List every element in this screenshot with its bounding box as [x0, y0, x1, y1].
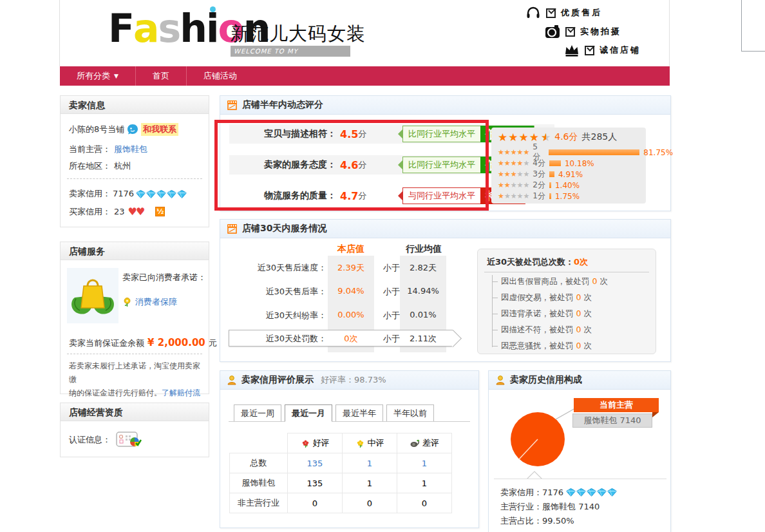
checkbox-icon — [546, 8, 556, 18]
dist-pct: 1.40% — [555, 181, 580, 190]
cell-value: 1 — [343, 473, 397, 493]
cell-value[interactable]: 1 — [343, 453, 397, 473]
ratings-table: 好评 中评 差评 总数 135 1 1 服饰鞋包 135 1 1 — [229, 433, 452, 513]
note-line1: 若卖家未履行上述承诺，淘宝使用卖家缴 — [69, 361, 200, 384]
checkbox-icon — [585, 46, 594, 55]
flower-icon — [122, 298, 132, 307]
svc-industry-value: 0.01% — [400, 310, 446, 319]
wangwang-icon[interactable] — [127, 124, 138, 135]
dist-pct: 81.75% — [643, 148, 673, 157]
row-main-label: 服饰鞋包 — [230, 473, 288, 493]
person-icon — [227, 375, 237, 385]
region-value: 杭州 — [114, 161, 131, 171]
main-nav: 所有分类 ▼ 首页 店铺活动 — [60, 66, 670, 86]
divider — [484, 272, 649, 272]
svc-label: 近30天售后率： — [220, 286, 326, 298]
svc-label: 近30天纠纷率： — [220, 310, 326, 321]
nav-label: 店铺活动 — [203, 70, 237, 82]
table-row: 服饰鞋包 135 1 1 — [230, 473, 452, 493]
penalty-title: 近30天被处罚总次数： — [487, 257, 574, 267]
welcome-strip: WELCOME TO MY SHOPPING...... — [231, 46, 350, 57]
dist-pct: 1.75% — [555, 192, 580, 201]
diamond-icon — [156, 190, 166, 198]
dsr-label: 物流服务的质量： — [229, 190, 336, 202]
tab-older[interactable]: 半年以前 — [386, 404, 434, 422]
dist-bar — [549, 171, 554, 177]
main-business-link[interactable]: 服饰鞋包 — [114, 144, 147, 154]
cell-value: 0 — [343, 493, 397, 513]
nav-label: 首页 — [153, 70, 169, 82]
cell-value: 0 — [288, 493, 343, 513]
nav-home[interactable]: 首页 — [136, 66, 186, 86]
dist-row-3: ★★★★★ 3分 4.91% — [498, 169, 583, 179]
col-header-industry: 行业均值 — [396, 243, 451, 255]
penalty-item: 因违背承诺，被处罚 0 次 — [492, 309, 592, 319]
page: Fashion 新范儿大码女装 WELCOME TO MY SHOPPING..… — [0, 0, 765, 532]
cert-label: 认证信息： — [69, 434, 111, 446]
corner-popup-fragment — [741, 0, 765, 52]
table-header-row: 好评 中评 差评 — [230, 433, 452, 453]
table-row: 非主营行业 0 0 0 — [230, 493, 452, 513]
divider — [494, 479, 666, 479]
badge-after-sale: 优质售后 — [525, 5, 602, 21]
shop-owner-name: 小陈的8号当铺 — [69, 124, 124, 135]
compare-text: 比同行业平均水平 — [403, 128, 480, 140]
dist-label: 2分 — [533, 180, 545, 191]
nav-activities[interactable]: 店铺活动 — [187, 66, 254, 86]
dsr-unit: 分 — [358, 190, 366, 202]
diamond-icon — [177, 190, 187, 198]
tab-underline — [229, 421, 470, 422]
tab-last-half-year[interactable]: 最近半年 — [335, 404, 383, 422]
penalty-summary-box: 近30天被处罚总次数：0次 因出售假冒商品，被处罚 0 次 因虚假交易，被处罚 … — [477, 249, 656, 354]
credit-value: 7176 — [542, 488, 563, 497]
svc-industry-value: 2.11次 — [400, 333, 446, 345]
seller-info-box: 卖家信息 小陈的8号当铺 和我联系 当前主营： 服饰鞋包 所在地区： 杭州 卖家… — [60, 95, 209, 227]
contact-me-button[interactable]: 和我联系 — [141, 123, 178, 136]
id-card-icon[interactable] — [116, 432, 142, 448]
half-credit-icon: ½ — [155, 207, 165, 216]
shop-icon — [227, 100, 238, 110]
dist-row-1: ★★★★★ 1分 1.75% — [498, 191, 580, 201]
badge-label: 实物拍摄 — [580, 26, 621, 37]
cell-value[interactable]: 1 — [397, 453, 452, 473]
checkbox-icon — [565, 27, 575, 37]
star-summary-box: ★★★★★ 4.6分 共285人 ★★★★★ 5分 81.75% ★★★★★ 4… — [491, 128, 646, 204]
ratings-panel-title: 卖家信用评价展示 — [241, 374, 314, 386]
consumer-guarantee-link[interactable]: 消费者保障 — [135, 296, 177, 308]
diamond-icon — [167, 190, 176, 198]
tab-last-week[interactable]: 最近一周 — [234, 404, 281, 422]
penalty-item: 因恶意骚扰，被处罚 0 次 — [492, 341, 592, 352]
tab-last-month[interactable]: 最近一月 — [285, 404, 332, 422]
industry-label: 主营行业： — [500, 502, 542, 511]
headset-icon — [525, 5, 541, 21]
row-total-label: 总数 — [230, 453, 288, 473]
cell-value: 0 — [397, 493, 452, 513]
person-icon — [495, 375, 505, 385]
penalty-item: 因虚假交易，被处罚 0 次 — [492, 292, 592, 303]
pie-callout-label: 服饰鞋包 7140 — [572, 413, 652, 428]
qualification-title: 店铺经营资质 — [61, 403, 209, 421]
shop-service-box: 店铺服务 卖家已向消费者承诺： 消费者保障 卖家当前保证金余额 ¥ 2,000.… — [60, 242, 209, 394]
diamond-icon — [136, 190, 146, 198]
dsr-label: 卖家的服务态度： — [229, 159, 336, 171]
logo-letter: i — [206, 9, 218, 48]
ratio-label: 主营占比： — [500, 516, 542, 526]
rater-count: 共285人 — [581, 131, 617, 143]
buyer-credit-label: 买家信用： — [69, 206, 111, 218]
badge-label: 诚信店铺 — [600, 44, 641, 56]
dsr-score: 4.6 — [340, 159, 358, 171]
diamond-icon — [576, 488, 586, 497]
svc-shop-value: 9.04% — [328, 286, 374, 296]
cell-value[interactable]: 135 — [288, 453, 343, 473]
avg-score: 4.6分 — [554, 131, 578, 143]
penalty-total: 0次 — [574, 257, 588, 267]
dist-pct: 10.18% — [565, 159, 594, 168]
page-right-border — [669, 0, 670, 66]
nav-all-categories[interactable]: 所有分类 ▼ — [60, 66, 135, 86]
badge-real-photo: 实物拍摄 — [545, 24, 621, 39]
bubble-arrow — [398, 160, 402, 169]
svc-industry-value: 2.82天 — [400, 262, 446, 274]
dist-bar — [549, 193, 551, 199]
col-good: 好评 — [313, 437, 330, 449]
buyer-credit-value: 23 — [114, 207, 125, 216]
